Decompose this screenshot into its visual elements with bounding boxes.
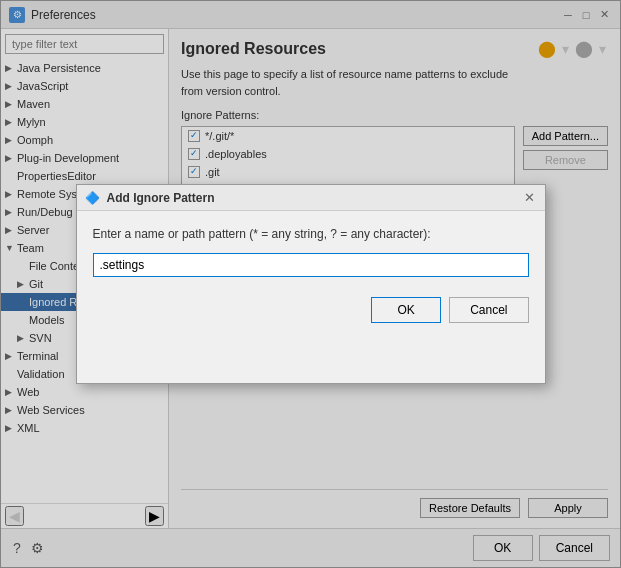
modal-buttons: OK Cancel: [77, 289, 545, 335]
modal-body: Enter a name or path pattern (* = any st…: [77, 211, 545, 289]
modal-title-bar: 🔷 Add Ignore Pattern ✕: [77, 185, 545, 211]
modal-icon: 🔷: [85, 190, 101, 206]
modal-dialog: 🔷 Add Ignore Pattern ✕ Enter a name or p…: [76, 184, 546, 384]
modal-title: Add Ignore Pattern: [107, 191, 215, 205]
modal-cancel-button[interactable]: Cancel: [449, 297, 528, 323]
modal-pattern-input[interactable]: [93, 253, 529, 277]
modal-ok-button[interactable]: OK: [371, 297, 441, 323]
modal-backdrop: 🔷 Add Ignore Pattern ✕ Enter a name or p…: [0, 0, 621, 568]
modal-title-left: 🔷 Add Ignore Pattern: [85, 190, 215, 206]
modal-description: Enter a name or path pattern (* = any st…: [93, 227, 529, 241]
modal-close-button[interactable]: ✕: [522, 191, 537, 204]
